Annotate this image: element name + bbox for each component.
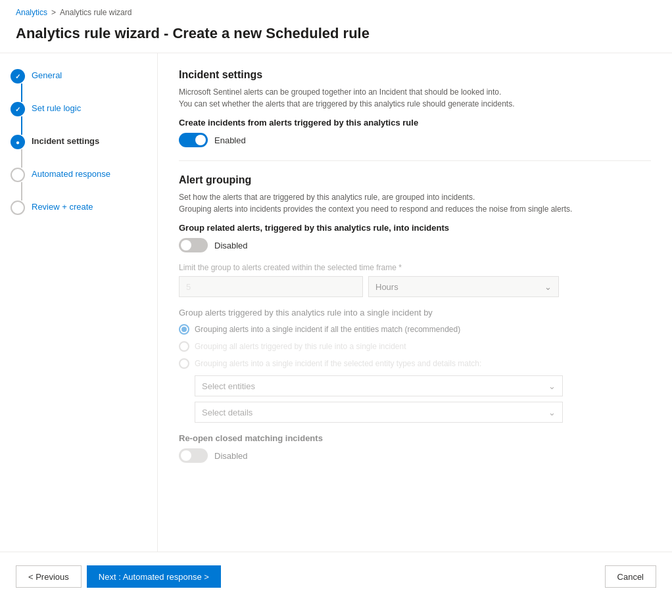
radio-label-selected-entities: Grouping alerts into a single incident i… — [195, 359, 481, 368]
step-circle-automated-response — [11, 168, 25, 182]
create-incidents-toggle[interactable] — [179, 133, 208, 147]
incident-settings-desc: Microsoft Sentinel alerts can be grouped… — [179, 86, 651, 110]
group-alerts-toggle[interactable] — [179, 238, 208, 252]
select-entities-dropdown[interactable]: Select entities ⌄ — [195, 375, 563, 396]
timeframe-number-input[interactable] — [179, 276, 363, 297]
alert-grouping-desc: Set how the alerts that are triggered by… — [179, 191, 651, 215]
select-details-dropdown[interactable]: Select details ⌄ — [195, 402, 563, 423]
alert-grouping-title: Alert grouping — [179, 174, 651, 186]
sidebar-item-automated-response[interactable]: Automated response — [11, 168, 147, 201]
radio-circle-all-alerts — [179, 341, 189, 352]
breadcrumb: Analytics > Analytics rule wizard — [0, 0, 672, 20]
sidebar-item-set-rule-logic[interactable]: ✓ Set rule logic — [11, 102, 147, 135]
create-incidents-toggle-label: Enabled — [214, 135, 246, 145]
timeframe-label: Limit the group to alerts created within… — [179, 263, 651, 272]
step-label-incident-settings: Incident settings — [32, 135, 99, 146]
breadcrumb-analytics[interactable]: Analytics — [16, 8, 47, 17]
group-alerts-toggle-label: Disabled — [214, 241, 248, 250]
step-label-general: General — [32, 69, 62, 80]
step-label-automated-response: Automated response — [32, 168, 110, 179]
reopen-toggle[interactable] — [179, 448, 208, 463]
radio-all-alerts[interactable]: Grouping all alerts triggered by this ru… — [179, 341, 651, 352]
step-connector-3 — [21, 149, 22, 168]
step-circle-review-create — [11, 201, 25, 215]
next-button[interactable]: Next : Automated response > — [87, 565, 221, 588]
incident-settings-section: Incident settings Microsoft Sentinel ale… — [179, 69, 651, 147]
step-circle-general: ✓ — [11, 69, 25, 83]
grouping-options-section: Limit the group to alerts created within… — [179, 263, 651, 463]
timeframe-unit-label: Hours — [375, 282, 398, 292]
main-container: ✓ General ✓ Set rule logic ● Incident se… — [0, 53, 672, 552]
previous-button[interactable]: < Previous — [16, 565, 82, 588]
create-incidents-label: Create incidents from alerts triggered b… — [179, 118, 651, 128]
radio-all-entities[interactable]: Grouping alerts into a single incident i… — [179, 324, 651, 335]
step-label-set-rule-logic: Set rule logic — [32, 102, 81, 113]
timeframe-unit-chevron-icon: ⌄ — [544, 282, 552, 292]
create-incidents-toggle-row: Enabled — [179, 133, 651, 147]
content-panel: Incident settings Microsoft Sentinel ale… — [158, 53, 672, 552]
group-alerts-toggle-row: Disabled — [179, 238, 651, 252]
select-entities-placeholder: Select entities — [202, 381, 255, 391]
section-divider — [179, 160, 651, 161]
select-entities-chevron-icon: ⌄ — [548, 381, 556, 391]
sidebar: ✓ General ✓ Set rule logic ● Incident se… — [0, 53, 158, 552]
step-circle-incident-settings: ● — [11, 135, 25, 149]
footer: < Previous Next : Automated response > C… — [0, 552, 672, 601]
radio-circle-all-entities — [179, 324, 189, 335]
radio-selected-entities[interactable]: Grouping alerts into a single incident i… — [179, 358, 651, 369]
select-details-chevron-icon: ⌄ — [548, 408, 556, 417]
breadcrumb-wizard: Analytics rule wizard — [60, 8, 132, 17]
sidebar-item-incident-settings[interactable]: ● Incident settings — [11, 135, 147, 168]
entity-detail-dropdowns: Select entities ⌄ Select details ⌄ — [179, 375, 651, 423]
timeframe-unit-select[interactable]: Hours ⌄ — [368, 276, 559, 297]
select-details-placeholder: Select details — [202, 408, 252, 417]
radio-circle-selected-entities — [179, 358, 189, 369]
reopen-section: Re-open closed matching incidents Disabl… — [179, 433, 651, 463]
step-connector-4 — [21, 182, 22, 201]
page-title: Analytics rule wizard - Create a new Sch… — [0, 20, 672, 53]
reopen-toggle-label: Disabled — [214, 451, 248, 461]
cancel-button[interactable]: Cancel — [605, 565, 656, 588]
group-by-label: Group alerts triggered by this analytics… — [179, 308, 651, 318]
radio-label-all-entities: Grouping alerts into a single incident i… — [195, 325, 460, 334]
alert-grouping-section: Alert grouping Set how the alerts that a… — [179, 174, 651, 463]
timeframe-row: Hours ⌄ — [179, 276, 651, 297]
step-circle-set-rule-logic: ✓ — [11, 102, 25, 116]
step-connector-1 — [21, 83, 22, 102]
group-alerts-label: Group related alerts, triggered by this … — [179, 223, 651, 233]
sidebar-item-review-create[interactable]: Review + create — [11, 201, 147, 215]
step-connector-2 — [21, 116, 22, 135]
reopen-toggle-row: Disabled — [179, 448, 651, 463]
reopen-label: Re-open closed matching incidents — [179, 433, 651, 443]
sidebar-item-general[interactable]: ✓ General — [11, 69, 147, 102]
incident-settings-title: Incident settings — [179, 69, 651, 81]
radio-label-all-alerts: Grouping all alerts triggered by this ru… — [195, 342, 406, 351]
breadcrumb-separator: > — [51, 8, 56, 17]
step-label-review-create: Review + create — [32, 201, 93, 212]
